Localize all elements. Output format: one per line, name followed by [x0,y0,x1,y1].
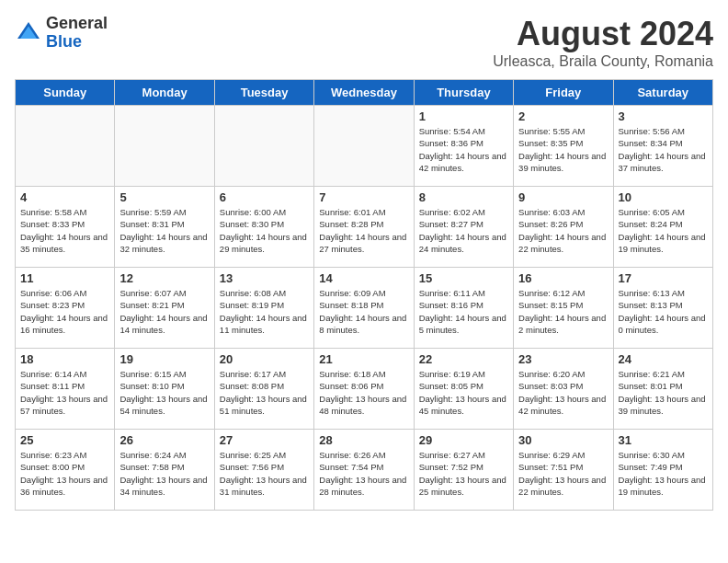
calendar-cell: 27Sunrise: 6:25 AM Sunset: 7:56 PM Dayli… [214,430,313,511]
calendar-cell: 20Sunrise: 6:17 AM Sunset: 8:08 PM Dayli… [214,349,313,430]
day-info: Sunrise: 6:03 AM Sunset: 8:26 PM Dayligh… [518,206,608,255]
day-info: Sunrise: 6:05 AM Sunset: 8:24 PM Dayligh… [619,206,708,255]
day-number: 7 [319,190,408,204]
day-number: 9 [518,190,608,204]
day-info: Sunrise: 6:24 AM Sunset: 7:58 PM Dayligh… [119,449,209,498]
day-number: 15 [419,271,508,285]
calendar-cell: 15Sunrise: 6:11 AM Sunset: 8:16 PM Dayli… [414,268,513,349]
day-number: 27 [220,433,309,447]
day-number: 13 [220,271,309,285]
calendar: SundayMondayTuesdayWednesdayThursdayFrid… [15,79,713,511]
day-info: Sunrise: 6:26 AM Sunset: 7:54 PM Dayligh… [319,449,408,498]
calendar-cell: 30Sunrise: 6:29 AM Sunset: 7:51 PM Dayli… [514,430,613,511]
day-info: Sunrise: 5:54 AM Sunset: 8:36 PM Dayligh… [419,125,508,174]
calendar-cell: 17Sunrise: 6:13 AM Sunset: 8:13 PM Dayli… [613,268,712,349]
calendar-cell: 18Sunrise: 6:14 AM Sunset: 8:11 PM Dayli… [16,349,115,430]
calendar-cell [314,106,414,187]
day-of-week-header: Wednesday [314,80,414,106]
day-number: 26 [119,433,209,447]
day-info: Sunrise: 6:11 AM Sunset: 8:16 PM Dayligh… [419,287,508,336]
calendar-week-row: 11Sunrise: 6:06 AM Sunset: 8:23 PM Dayli… [16,268,713,349]
calendar-cell: 11Sunrise: 6:06 AM Sunset: 8:23 PM Dayli… [16,268,115,349]
day-number: 29 [419,433,508,447]
day-of-week-header: Thursday [414,80,513,106]
day-info: Sunrise: 6:01 AM Sunset: 8:28 PM Dayligh… [319,206,408,255]
logo-general-text: General [46,15,108,33]
calendar-cell: 25Sunrise: 6:23 AM Sunset: 8:00 PM Dayli… [16,430,115,511]
day-number: 31 [619,433,708,447]
title-area: August 2024 Urleasca, Braila County, Rom… [493,15,713,70]
day-info: Sunrise: 5:55 AM Sunset: 8:35 PM Dayligh… [518,125,608,174]
day-number: 19 [119,352,209,366]
day-number: 16 [518,271,608,285]
calendar-cell: 12Sunrise: 6:07 AM Sunset: 8:21 PM Dayli… [115,268,214,349]
calendar-week-row: 4Sunrise: 5:58 AM Sunset: 8:33 PM Daylig… [16,187,713,268]
calendar-cell: 16Sunrise: 6:12 AM Sunset: 8:15 PM Dayli… [514,268,613,349]
day-of-week-header: Friday [514,80,613,106]
calendar-week-row: 1Sunrise: 5:54 AM Sunset: 8:36 PM Daylig… [16,106,713,187]
day-info: Sunrise: 6:14 AM Sunset: 8:11 PM Dayligh… [20,368,109,417]
day-info: Sunrise: 6:23 AM Sunset: 8:00 PM Dayligh… [20,449,109,498]
day-info: Sunrise: 6:12 AM Sunset: 8:15 PM Dayligh… [518,287,608,336]
calendar-cell: 13Sunrise: 6:08 AM Sunset: 8:19 PM Dayli… [214,268,313,349]
calendar-week-row: 25Sunrise: 6:23 AM Sunset: 8:00 PM Dayli… [16,430,713,511]
day-of-week-header: Monday [115,80,214,106]
calendar-cell: 23Sunrise: 6:20 AM Sunset: 8:03 PM Dayli… [514,349,613,430]
calendar-cell: 7Sunrise: 6:01 AM Sunset: 8:28 PM Daylig… [314,187,414,268]
day-number: 28 [319,433,408,447]
calendar-cell [214,106,313,187]
calendar-cell: 4Sunrise: 5:58 AM Sunset: 8:33 PM Daylig… [16,187,115,268]
day-number: 3 [619,109,708,123]
calendar-cell [16,106,115,187]
calendar-cell: 31Sunrise: 6:30 AM Sunset: 7:49 PM Dayli… [613,430,712,511]
calendar-cell: 26Sunrise: 6:24 AM Sunset: 7:58 PM Dayli… [115,430,214,511]
day-number: 12 [119,271,209,285]
day-info: Sunrise: 5:56 AM Sunset: 8:34 PM Dayligh… [619,125,708,174]
day-info: Sunrise: 6:20 AM Sunset: 8:03 PM Dayligh… [518,368,608,417]
calendar-cell: 14Sunrise: 6:09 AM Sunset: 8:18 PM Dayli… [314,268,414,349]
logo-blue-text: Blue [46,33,108,52]
day-info: Sunrise: 6:15 AM Sunset: 8:10 PM Dayligh… [119,368,209,417]
day-number: 25 [20,433,109,447]
day-number: 20 [220,352,309,366]
day-info: Sunrise: 6:19 AM Sunset: 8:05 PM Dayligh… [419,368,508,417]
day-number: 11 [20,271,109,285]
day-info: Sunrise: 6:02 AM Sunset: 8:27 PM Dayligh… [419,206,508,255]
calendar-cell [115,106,214,187]
calendar-cell: 22Sunrise: 6:19 AM Sunset: 8:05 PM Dayli… [414,349,513,430]
day-info: Sunrise: 6:17 AM Sunset: 8:08 PM Dayligh… [220,368,309,417]
calendar-cell: 1Sunrise: 5:54 AM Sunset: 8:36 PM Daylig… [414,106,513,187]
day-number: 2 [518,109,608,123]
calendar-header-row: SundayMondayTuesdayWednesdayThursdayFrid… [16,80,713,106]
day-number: 18 [20,352,109,366]
calendar-cell: 19Sunrise: 6:15 AM Sunset: 8:10 PM Dayli… [115,349,214,430]
calendar-cell: 29Sunrise: 6:27 AM Sunset: 7:52 PM Dayli… [414,430,513,511]
calendar-cell: 9Sunrise: 6:03 AM Sunset: 8:26 PM Daylig… [514,187,613,268]
day-number: 17 [619,271,708,285]
calendar-cell: 8Sunrise: 6:02 AM Sunset: 8:27 PM Daylig… [414,187,513,268]
day-info: Sunrise: 5:58 AM Sunset: 8:33 PM Dayligh… [20,206,109,255]
day-info: Sunrise: 6:25 AM Sunset: 7:56 PM Dayligh… [220,449,309,498]
day-info: Sunrise: 6:27 AM Sunset: 7:52 PM Dayligh… [419,449,508,498]
day-of-week-header: Saturday [613,80,712,106]
calendar-cell: 10Sunrise: 6:05 AM Sunset: 8:24 PM Dayli… [613,187,712,268]
day-number: 23 [518,352,608,366]
day-of-week-header: Sunday [16,80,115,106]
day-number: 22 [419,352,508,366]
calendar-cell: 21Sunrise: 6:18 AM Sunset: 8:06 PM Dayli… [314,349,414,430]
day-number: 1 [419,109,508,123]
calendar-cell: 24Sunrise: 6:21 AM Sunset: 8:01 PM Dayli… [613,349,712,430]
day-number: 21 [319,352,408,366]
day-info: Sunrise: 6:21 AM Sunset: 8:01 PM Dayligh… [619,368,708,417]
calendar-cell: 2Sunrise: 5:55 AM Sunset: 8:35 PM Daylig… [514,106,613,187]
day-info: Sunrise: 6:00 AM Sunset: 8:30 PM Dayligh… [220,206,309,255]
day-info: Sunrise: 6:07 AM Sunset: 8:21 PM Dayligh… [119,287,209,336]
day-info: Sunrise: 6:08 AM Sunset: 8:19 PM Dayligh… [220,287,309,336]
day-info: Sunrise: 6:13 AM Sunset: 8:13 PM Dayligh… [619,287,708,336]
calendar-week-row: 18Sunrise: 6:14 AM Sunset: 8:11 PM Dayli… [16,349,713,430]
header: General Blue August 2024 Urleasca, Brail… [15,15,713,70]
month-year: August 2024 [493,15,713,53]
day-number: 30 [518,433,608,447]
day-number: 8 [419,190,508,204]
day-number: 10 [619,190,708,204]
